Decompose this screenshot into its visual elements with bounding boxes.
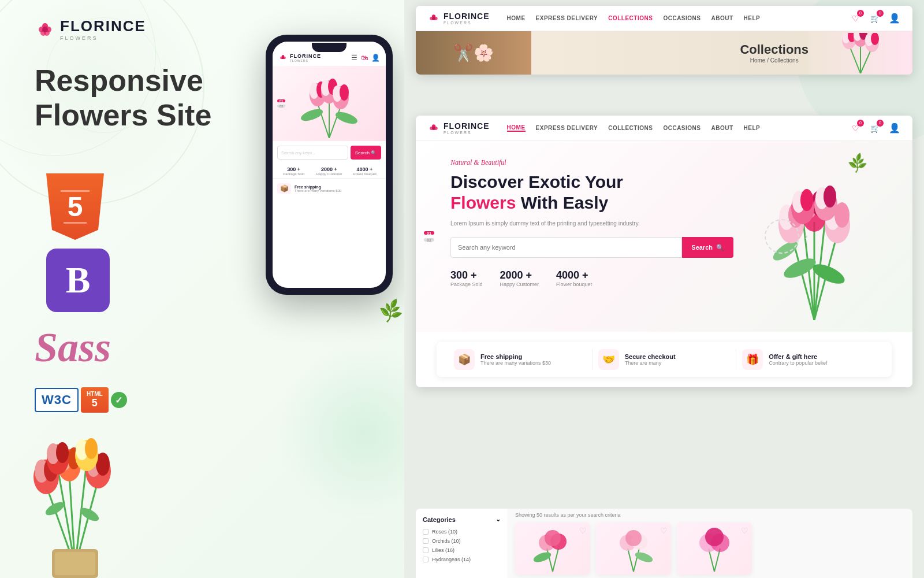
phone-shipping-icon: 📦 [277,183,291,194]
leaf-decoration: 🌿 [377,298,404,324]
phone-search-input: Search any keyw... [277,146,348,160]
product-image-3: ♡ [677,523,752,575]
nav-collections[interactable]: COLLECTIONS [608,15,653,21]
hydrangeas-checkbox[interactable] [423,557,429,562]
svg-point-96 [532,550,553,564]
phone-menu-icon: ☰ [351,54,357,62]
hero-stat-customers: 2000 + Happy Customer [500,269,539,287]
hero-search-button[interactable]: Search 🔍 [682,237,733,258]
brand-name: FLORINCE [444,12,490,21]
hero-search-input[interactable] [450,237,682,258]
product-3-heart[interactable]: ♡ [741,526,748,535]
hero-search-btn-label: Search [691,244,713,251]
product-3-svg [691,525,737,572]
wishlist-badge: 0 [857,10,864,17]
hero-stat-packages: 300 + Package Sold [450,269,483,287]
cart-badge: 0 [877,10,884,17]
home-brand-logo: FLORINCE FLOWERS [427,121,490,135]
nav-icons: ♡ 0 🛒 0 👤 [849,12,901,25]
svg-point-90 [824,186,836,208]
bootstrap-letter: B [66,259,91,302]
logo-name: FLORINCE [60,17,146,35]
hero-stat-bouquets-label: Flower bouquet [556,281,592,287]
nav-occasions[interactable]: OCCASIONS [663,15,701,21]
product-2-heart[interactable]: ♡ [660,526,668,535]
product-2-svg [610,525,657,572]
svg-point-102 [634,550,654,564]
features-container: 📦 Free shipping There are many variation… [416,332,912,387]
home-nav-about[interactable]: ABOUT [711,125,733,131]
checkout-icon: 🤝 [598,349,619,370]
nav-express[interactable]: EXPRESS DELIVERY [536,15,598,21]
feature-free-shipping: 📦 Free shipping There are many variation… [448,349,593,370]
hero-stat-customers-num: 2000 + [500,269,539,281]
phone-stat-customers: 2000 + Happy Customer [312,166,345,176]
breadcrumb-home[interactable]: Home [750,57,766,64]
home-wishlist-button[interactable]: ♡0 [849,122,862,135]
svg-line-92 [553,549,558,572]
slide-1[interactable]: 01 [424,231,434,235]
product-1-heart[interactable]: ♡ [579,526,587,535]
svg-point-47 [334,110,359,127]
nav-help[interactable]: HELP [744,15,761,21]
product-image-2: ♡ [596,523,671,575]
phone-tulip-svg [289,69,370,138]
home-user-button[interactable]: 👤 [888,122,901,135]
phone-stat-bouquets: 4000 + Flower bouquet [348,166,381,176]
hero-content: Natural & Beautiful Discover Exotic Your… [433,153,733,320]
orchids-checkbox[interactable] [423,538,429,544]
svg-line-91 [547,549,553,572]
home-cart-button[interactable]: 🛒0 [869,122,881,135]
nav-home[interactable]: HOME [507,15,526,21]
banner-title-area: Collections Home / Collections [740,42,808,64]
home-cart-badge: 0 [877,120,884,127]
hero-title: Discover Exotic Your Flowers With Easly [450,172,733,213]
html5-number: 5 [68,193,83,221]
svg-line-34 [318,103,329,138]
hero-tulip-svg [739,153,889,320]
home-nav-help[interactable]: HELP [744,125,761,131]
home-brand-name: FLORINCE [444,121,490,131]
products-grid-area: Showing 50 results as per your search cr… [508,509,912,578]
feature-offer-gift: 🎁 Offer & gift here Contrary to popular … [736,349,880,370]
shipping-icon: 📦 [454,349,475,370]
categories-toggle[interactable]: ⌄ [495,516,501,523]
phone-slide-1: 01 [277,99,285,102]
hero-stats: 300 + Package Sold 2000 + Happy Customer… [450,269,733,287]
slide-2[interactable]: 02 [424,238,434,242]
filter-hydrangeas: Hydrangeas (14) [423,557,501,562]
hero-search: Search 🔍 [450,237,733,258]
svg-point-63 [871,33,879,45]
wishlist-button[interactable]: ♡ 0 [849,12,862,25]
svg-point-24 [85,438,98,459]
sidebar-filters: Categories ⌄ Roses (10) Orchids (10) Lil… [416,509,508,578]
nav-about[interactable]: ABOUT [711,15,733,21]
browser-top: FLORINCE FLOWERS HOME EXPRESS DELIVERY C… [416,6,912,75]
home-nav-express[interactable]: EXPRESS DELIVERY [536,125,598,131]
cart-button[interactable]: 🛒 0 [869,12,881,25]
hero-desc: Lorem Ipsum is simply dummy text of the … [450,219,733,228]
phone-shipping: 📦 Free shipping There are many variation… [273,178,386,198]
right-panel: FLORINCE FLOWERS HOME EXPRESS DELIVERY C… [404,0,924,578]
hydrangeas-label: Hydrangeas (14) [432,557,471,562]
phone-search-icon: 🔍 [371,150,377,155]
lilies-checkbox[interactable] [423,547,429,553]
user-button[interactable]: 👤 [888,12,901,25]
home-nav-occasions[interactable]: OCCASIONS [663,125,701,131]
feature-shipping-title: Free shipping [480,353,551,360]
breadcrumb-current: Collections [770,57,799,64]
home-nav-collections[interactable]: COLLECTIONS [608,125,653,131]
svg-line-36 [329,106,341,138]
roses-label: Roses (10) [432,529,457,535]
phone-search-button[interactable]: Search 🔍 [351,146,381,160]
roses-checkbox[interactable] [423,529,429,535]
hero-stat-bouquets: 4000 + Flower bouquet [556,269,592,287]
hero-stat-packages-num: 300 + [450,269,483,281]
home-brand-logo-icon [427,122,440,135]
svg-point-67 [432,126,435,129]
feature-checkout-title: Secure checkout [625,353,676,360]
svg-line-104 [714,549,720,572]
feature-checkout-desc: There are many [625,360,676,366]
bouquet-svg [0,370,150,578]
home-nav-home[interactable]: HOME [507,124,526,132]
